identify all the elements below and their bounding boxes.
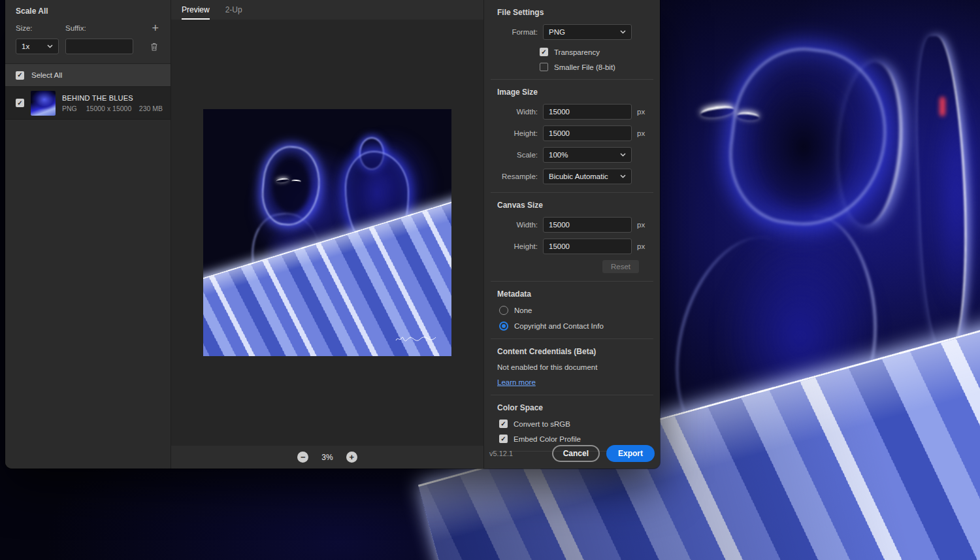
scale-dropdown[interactable]: 100%	[543, 147, 632, 163]
image-width-input[interactable]	[543, 104, 632, 120]
checkmark-icon: ✓	[500, 421, 506, 427]
file-checkbox[interactable]: ✓	[16, 99, 24, 107]
format-dropdown[interactable]: PNG	[543, 24, 632, 40]
checkmark-icon: ✓	[17, 72, 22, 78]
suffix-label: Suffix:	[65, 24, 133, 32]
convert-srgb-checkbox[interactable]: ✓	[499, 420, 508, 428]
tab-2up[interactable]: 2-Up	[225, 5, 242, 14]
zoom-in-icon[interactable]: +	[346, 452, 357, 463]
zoom-level[interactable]: 3%	[321, 453, 333, 462]
embed-profile-checkbox[interactable]: ✓	[499, 435, 508, 443]
zoom-controls: − 3% +	[171, 446, 483, 469]
add-scale-icon[interactable]: +	[152, 24, 160, 33]
metadata-none-radio[interactable]	[499, 306, 508, 315]
file-dimensions: 15000 x 15000	[86, 105, 131, 112]
cancel-button[interactable]: Cancel	[552, 445, 600, 462]
artwork-figure-face	[272, 159, 310, 213]
checkmark-icon: ✓	[500, 436, 506, 442]
file-format: PNG	[62, 105, 77, 112]
size-value: 1x	[22, 42, 29, 50]
chevron-down-icon	[620, 153, 626, 157]
image-width-unit: px	[637, 108, 645, 116]
chevron-down-icon	[620, 174, 626, 178]
content-credentials-title: Content Credentials (Beta)	[497, 347, 647, 356]
chevron-down-icon	[47, 44, 53, 48]
scale-all-title: Scale All	[16, 7, 160, 16]
scale-label: Scale:	[497, 151, 538, 159]
select-all-row[interactable]: ✓ Select All	[5, 63, 171, 87]
settings-panel: File Settings Format: PNG ✓ Transparency…	[483, 0, 660, 469]
preview-canvas[interactable]	[171, 20, 483, 446]
resample-value: Bicubic Automatic	[549, 173, 608, 180]
transparency-checkbox[interactable]: ✓	[540, 48, 548, 56]
file-thumbnail	[31, 91, 56, 116]
version-label: v5.12.1	[489, 450, 513, 457]
image-height-unit: px	[637, 129, 645, 137]
canvas-size-section: Canvas Size Width: px Height: px Reset	[491, 193, 653, 282]
metadata-title: Metadata	[497, 289, 647, 299]
select-all-checkbox[interactable]: ✓	[16, 71, 24, 80]
file-name: BEHIND THE BLUES	[62, 94, 163, 102]
format-value: PNG	[549, 28, 565, 36]
dialog-footer: v5.12.1 Cancel Export	[489, 445, 655, 462]
export-button[interactable]: Export	[606, 445, 655, 462]
canvas-height-input[interactable]	[543, 239, 632, 254]
canvas-width-label: Width:	[497, 221, 538, 229]
content-credentials-status: Not enabled for this document	[497, 363, 647, 371]
select-all-label: Select All	[31, 71, 62, 79]
checkmark-icon: ✓	[541, 49, 546, 56]
canvas-height-label: Height:	[497, 242, 538, 250]
smaller-file-checkbox[interactable]	[540, 63, 548, 71]
scale-value: 100%	[549, 151, 568, 159]
figure-eyelash-highlight	[700, 104, 735, 119]
metadata-section: Metadata None Copyright and Contact Info	[491, 282, 653, 339]
canvas-height-unit: px	[637, 242, 645, 250]
file-settings-title: File Settings	[497, 8, 647, 17]
image-height-label: Height:	[497, 129, 538, 137]
smaller-file-label: Smaller File (8-bit)	[554, 63, 615, 71]
embed-profile-label: Embed Color Profile	[514, 435, 581, 443]
export-as-dialog: Scale All Size: Suffix: + 1x ✓ Select Al…	[5, 0, 660, 469]
zoom-out-icon[interactable]: −	[297, 452, 308, 463]
canvas-size-title: Canvas Size	[497, 201, 647, 210]
resample-dropdown[interactable]: Bicubic Automatic	[543, 169, 632, 184]
suffix-input[interactable]	[65, 39, 133, 54]
image-width-label: Width:	[497, 108, 538, 116]
trash-icon[interactable]	[150, 42, 160, 52]
red-accent-light	[939, 97, 945, 116]
color-space-section: Color Space ✓ Convert to sRGB ✓ Embed Co…	[491, 395, 653, 452]
color-space-title: Color Space	[497, 403, 647, 412]
learn-more-link[interactable]: Learn more	[497, 378, 536, 386]
transparency-label: Transparency	[554, 48, 600, 56]
file-settings-section: File Settings Format: PNG ✓ Transparency…	[491, 0, 653, 80]
image-size-section: Image Size Width: px Height: px Scale: 1…	[491, 80, 653, 193]
preview-panel: Preview 2-Up − 3% +	[171, 0, 483, 469]
image-height-input[interactable]	[543, 125, 632, 141]
tab-preview[interactable]: Preview	[182, 5, 210, 14]
format-label: Format:	[497, 28, 538, 36]
resample-label: Resample:	[497, 173, 538, 180]
content-credentials-section: Content Credentials (Beta) Not enabled f…	[491, 339, 653, 395]
file-list-item[interactable]: ✓ BEHIND THE BLUES PNG 15000 x 15000 230…	[5, 87, 171, 120]
artist-signature	[395, 333, 442, 344]
preview-tabs: Preview 2-Up	[171, 0, 483, 20]
canvas-width-input[interactable]	[543, 217, 632, 233]
file-size: 230 MB	[139, 105, 163, 112]
canvas-width-unit: px	[637, 221, 645, 229]
chevron-down-icon	[620, 30, 626, 34]
metadata-none-label: None	[514, 306, 532, 314]
size-label: Size:	[16, 24, 59, 32]
metadata-copyright-radio[interactable]	[499, 321, 508, 331]
metadata-copyright-label: Copyright and Contact Info	[514, 322, 604, 330]
convert-srgb-label: Convert to sRGB	[514, 420, 570, 428]
scale-all-section: Scale All Size: Suffix: + 1x	[5, 0, 171, 63]
image-size-title: Image Size	[497, 88, 647, 97]
size-dropdown[interactable]: 1x	[16, 39, 59, 54]
preview-image	[203, 109, 451, 356]
reset-button[interactable]: Reset	[602, 260, 639, 273]
checkmark-icon: ✓	[17, 100, 22, 107]
left-panel: Scale All Size: Suffix: + 1x ✓ Select Al…	[5, 0, 171, 469]
